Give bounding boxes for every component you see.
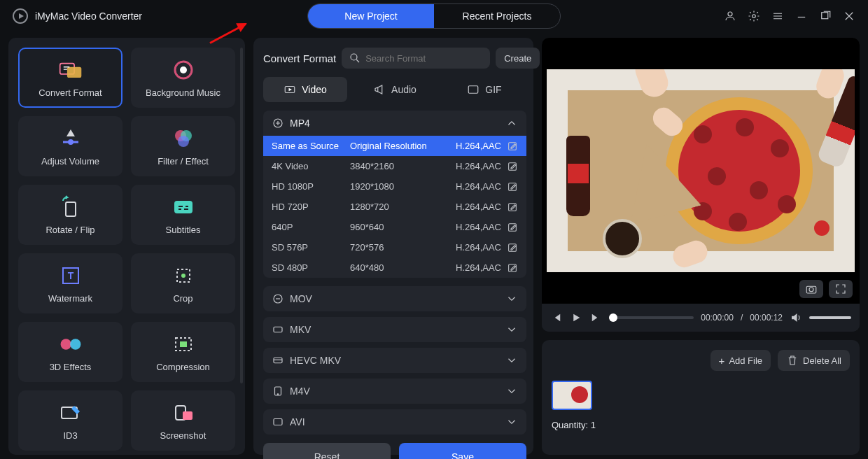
format-preset-row[interactable]: HD 720P1280*720H.264,AAC — [263, 197, 526, 217]
tab-recent-projects[interactable]: Recent Projects — [434, 4, 560, 28]
app-logo-icon — [13, 8, 28, 24]
tool-filter-effect[interactable]: Filter / Effect — [131, 116, 235, 176]
time-total: 00:00:12 — [750, 313, 783, 323]
scrollbar-track[interactable] — [240, 48, 243, 383]
svg-rect-20 — [180, 341, 187, 347]
format-panel-title: Convert Format — [263, 52, 336, 64]
volume-button[interactable] — [790, 311, 802, 324]
edit-preset-icon[interactable] — [507, 242, 518, 253]
format-group-m4v[interactable]: M4V — [263, 379, 526, 404]
tool-label: Subtitles — [166, 225, 201, 235]
format-group-mkv[interactable]: MKV — [263, 317, 526, 342]
format-preset-row[interactable]: 640P960*640H.264,AAC — [263, 217, 526, 237]
volume-slider[interactable] — [809, 316, 851, 319]
edit-preset-icon[interactable] — [507, 181, 518, 192]
next-button[interactable] — [589, 311, 602, 324]
format-preset-row[interactable]: SD 480P640*480H.264,AAC — [263, 257, 526, 278]
type-tab-video[interactable]: Video — [263, 77, 347, 102]
menu-icon[interactable] — [771, 10, 784, 22]
fullscreen-button[interactable] — [829, 280, 853, 298]
tool-label: Background Music — [146, 87, 220, 98]
app-title: iMyMac Video Converter — [35, 10, 142, 22]
prev-button[interactable] — [550, 311, 563, 324]
seek-slider[interactable] — [609, 316, 694, 319]
account-icon[interactable] — [724, 10, 736, 22]
tool-label: Rotate / Flip — [46, 225, 94, 235]
svg-rect-36 — [274, 327, 282, 332]
edit-preset-icon[interactable] — [507, 141, 518, 152]
format-icon — [272, 416, 284, 428]
preset-resolution: 1280*720 — [350, 202, 438, 212]
tool-id3[interactable]: ID3 — [18, 390, 122, 451]
minimize-icon[interactable] — [795, 10, 808, 22]
delete-all-button[interactable]: Delete All — [778, 350, 850, 371]
format-group-header-mp4[interactable]: MP4 — [263, 111, 526, 136]
svg-point-6 — [180, 66, 187, 73]
tool-compression[interactable]: Compression — [131, 322, 235, 382]
id3-icon — [59, 401, 83, 425]
music-icon — [172, 58, 195, 82]
tab-new-project[interactable]: New Project — [308, 4, 434, 28]
close-icon[interactable] — [843, 10, 855, 22]
maximize-icon[interactable] — [819, 10, 832, 22]
format-preset-row[interactable]: 4K Video3840*2160H.264,AAC — [263, 156, 526, 176]
file-thumbnails — [552, 381, 850, 410]
project-tabs: New Project Recent Projects — [307, 3, 561, 29]
format-icon — [272, 292, 284, 305]
tool-crop[interactable]: Crop — [131, 253, 235, 313]
format-preset-row[interactable]: Same as SourceOriginal ResolutionH.264,A… — [263, 136, 526, 156]
edit-preset-icon[interactable] — [507, 202, 518, 213]
svg-rect-23 — [183, 411, 192, 420]
titlebar: iMyMac Video Converter New Project Recen… — [0, 0, 868, 32]
tool-label: Adjust Volume — [41, 156, 99, 167]
edit-preset-icon[interactable] — [507, 161, 518, 172]
format-preset-row[interactable]: HD 1080P1920*1080H.264,AAC — [263, 176, 526, 197]
tool-subtitles[interactable]: Subtitles — [131, 185, 235, 245]
svg-rect-37 — [274, 358, 282, 363]
tool-3d-effects[interactable]: 3D Effects — [18, 322, 122, 382]
preset-codec: H.264,AAC — [438, 242, 501, 253]
video-preview[interactable] — [542, 38, 860, 304]
audio-icon — [373, 83, 386, 96]
format-icon — [272, 323, 284, 336]
window-actions — [724, 10, 855, 22]
play-button[interactable] — [570, 311, 582, 324]
file-thumbnail[interactable] — [552, 381, 592, 410]
filter-icon — [172, 127, 195, 150]
type-tab-audio[interactable]: Audio — [353, 77, 437, 102]
format-group-mov[interactable]: MOV — [263, 286, 526, 311]
search-format-wrap[interactable] — [342, 48, 490, 69]
save-button[interactable]: Save — [399, 443, 526, 459]
snapshot-button[interactable] — [799, 280, 823, 298]
tool-convert-format[interactable]: Convert Format — [18, 48, 122, 108]
type-tab-gif[interactable]: GIF — [442, 77, 526, 102]
tool-rotate-flip[interactable]: Rotate / Flip — [18, 185, 122, 245]
trash-icon — [786, 354, 799, 367]
format-group-avi[interactable]: AVI — [263, 409, 526, 435]
tool-watermark[interactable]: T Watermark — [18, 253, 122, 313]
preset-codec: H.264,AAC — [438, 262, 501, 273]
settings-icon[interactable] — [748, 10, 760, 22]
reset-button[interactable]: Reset — [263, 443, 391, 459]
search-icon — [349, 52, 361, 64]
edit-preset-icon[interactable] — [507, 262, 518, 274]
svg-point-18 — [70, 339, 80, 349]
format-icon — [272, 354, 284, 367]
edit-preset-icon[interactable] — [507, 222, 518, 233]
chevron-up-icon — [505, 117, 518, 129]
rotate-icon — [59, 195, 83, 219]
format-group-hevc-mkv[interactable]: HEVC MKV — [263, 348, 526, 373]
time-current: 00:00:00 — [701, 313, 734, 323]
tool-screenshot[interactable]: Screenshot — [131, 390, 235, 451]
tool-adjust-volume[interactable]: Adjust Volume — [18, 116, 122, 176]
format-group-mp4: MP4 Same as SourceOriginal ResolutionH.2… — [263, 111, 526, 278]
tool-background-music[interactable]: Background Music — [131, 48, 235, 108]
preset-resolution: 3840*2160 — [350, 161, 438, 171]
search-format-input[interactable] — [365, 53, 483, 64]
tool-label: Watermark — [48, 293, 92, 304]
screenshot-icon — [172, 401, 195, 425]
create-format-button[interactable]: Create — [496, 48, 540, 69]
add-file-button[interactable]: +Add File — [710, 350, 771, 371]
format-preset-row[interactable]: SD 576P720*576H.264,AAC — [263, 237, 526, 257]
preset-codec: H.264,AAC — [438, 161, 501, 171]
